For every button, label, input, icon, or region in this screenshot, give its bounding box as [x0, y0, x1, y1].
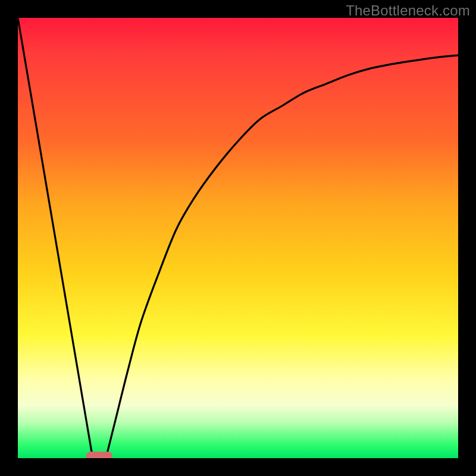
right-curve-path	[106, 55, 458, 458]
watermark-text: TheBottleneck.com	[346, 2, 470, 19]
bottom-marker	[86, 452, 112, 458]
curves-svg	[18, 18, 458, 458]
plot-area	[18, 18, 458, 458]
chart-frame: TheBottleneck.com	[0, 0, 476, 476]
left-line-path	[18, 18, 93, 458]
